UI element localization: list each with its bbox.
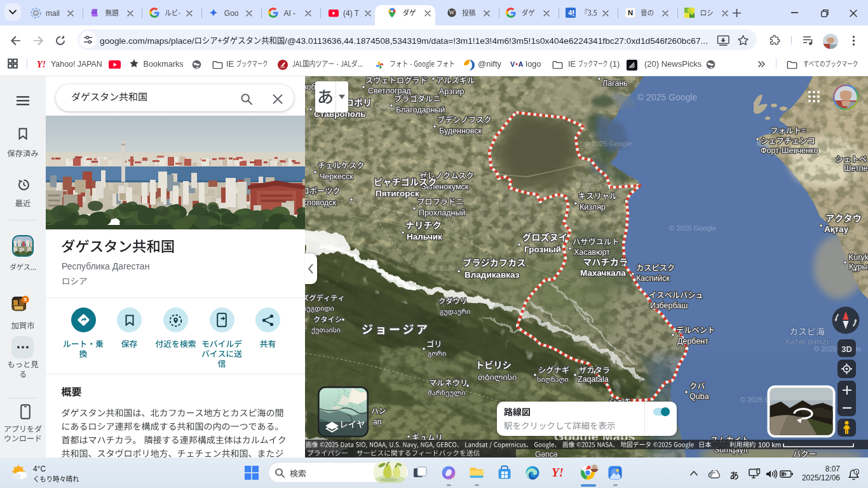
- svg-text:Хасавюрт: Хасавюрт: [574, 248, 610, 257]
- svg-text:Zaqatala: Zaqatala: [578, 375, 609, 384]
- svg-text:Кисловодск: Кисловодск: [305, 198, 337, 207]
- svg-text:N: N: [627, 9, 632, 17]
- svg-text:A: A: [519, 60, 524, 67]
- svg-text:Каспийск: Каспийск: [636, 274, 670, 283]
- svg-text:an: an: [373, 417, 381, 426]
- svg-text:Избербаш: Избербаш: [650, 301, 688, 310]
- svg-text:Quba: Quba: [689, 392, 709, 401]
- svg-text:Грозный: Грозный: [524, 245, 561, 254]
- svg-text:© 2025 Google: © 2025 Google: [669, 224, 716, 232]
- svg-text:Махачкала: Махачкала: [580, 268, 626, 278]
- svg-text:JAL: JAL: [280, 65, 285, 68]
- svg-text:Құрық: Құрық: [849, 262, 868, 271]
- svg-text:Прохладный: Прохладный: [419, 208, 465, 217]
- svg-text:Дербент: Дербент: [677, 337, 709, 346]
- svg-text:Gəncə: Gəncə: [535, 450, 558, 458]
- svg-text:Светлоград: Светлоград: [368, 86, 411, 95]
- svg-text:Пятигорск: Пятигорск: [376, 189, 419, 198]
- svg-text:Нальчик: Нальчик: [407, 232, 442, 241]
- svg-text:Форт-Шевченко: Форт-Шевченко: [761, 146, 818, 155]
- svg-text:z: z: [855, 470, 857, 473]
- svg-text:V: V: [510, 60, 515, 67]
- svg-text:4: 4: [568, 9, 572, 17]
- svg-text:W: W: [449, 10, 454, 16]
- svg-text:Лагань: Лагань: [602, 79, 628, 88]
- svg-text:Y!: Y!: [552, 467, 564, 478]
- svg-text:Зеленокумск: Зеленокумск: [421, 182, 469, 191]
- svg-text:Черкесск: Черкесск: [320, 172, 353, 181]
- svg-text:Владикавказ: Владикавказ: [465, 270, 520, 280]
- svg-text:Шетпе: Шетпе: [844, 164, 867, 173]
- svg-text:Xəzər dənizi: Xəzər dənizi: [785, 337, 829, 346]
- svg-text:Буденновск: Буденновск: [439, 126, 482, 135]
- svg-text:Кизляр: Кизляр: [580, 203, 606, 212]
- svg-text:© 2025 Google: © 2025 Google: [637, 92, 698, 102]
- svg-text:Ақтау: Ақтау: [824, 224, 849, 234]
- svg-text:Y!: Y!: [37, 60, 46, 68]
- svg-text:© 2025 Google: © 2025 Google: [585, 140, 632, 147]
- svg-text:зоб: зоб: [305, 83, 316, 92]
- svg-text:Благодарный: Благодарный: [396, 105, 445, 114]
- svg-text:Арзгир: Арзгир: [439, 87, 464, 96]
- svg-text:Kuryk: Kuryk: [848, 253, 868, 262]
- svg-text:© 2025 Google: © 2025 Google: [575, 182, 622, 189]
